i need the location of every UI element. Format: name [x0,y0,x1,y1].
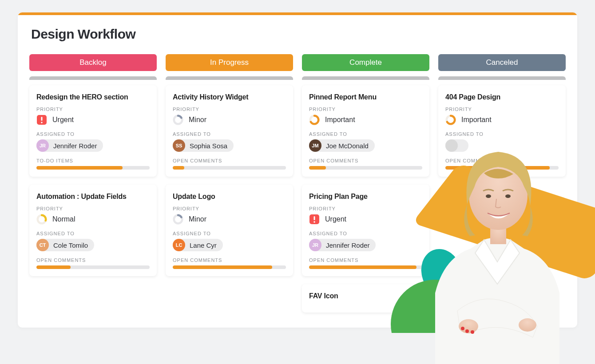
column-divider [29,76,157,80]
avatar: JR [309,239,321,251]
card-title: Update Logo [173,193,286,201]
progress-label: TO-DO ITEMS [36,158,150,163]
kanban-card[interactable]: Update LogoPRIORITYMinorASSIGNED TOLCLan… [166,185,293,276]
priority-value: Important [325,116,355,124]
progress-fill [173,166,184,170]
kanban-card[interactable]: Pinned Report MenuPRIORITYImportantASSIG… [302,85,429,177]
column-in-progress: In ProgressActivity History WidgetPRIORI… [166,54,293,320]
kanban-card[interactable]: Pricing Plan PagePRIORITYUrgentASSIGNED … [302,185,429,276]
priority-label: PRIORITY [36,206,150,211]
svg-point-13 [461,327,464,330]
svg-point-9 [313,221,315,223]
board-title: Design Workflow [31,27,564,42]
priority-value: Urgent [52,116,74,124]
minor-icon [173,214,183,225]
progress-label: OPEN COMMENTS [36,257,150,263]
assigned-to-label: ASSIGNED TO [173,131,286,137]
progress-fill [36,265,71,269]
assignee-chip[interactable]: JRJennifer Roder [36,139,103,152]
column-divider [166,76,293,80]
board-header: Design Workflow [18,15,577,50]
progress-fill [309,166,326,170]
priority-label: PRIORITY [173,206,286,211]
avatar: CT [36,239,49,251]
priority-label: PRIORITY [173,107,286,112]
avatar: SS [173,139,185,152]
assigned-to-label: ASSIGNED TO [309,231,422,236]
assignee-chip[interactable]: LCLane Cyr [173,239,223,251]
priority-row: Minor [173,214,286,225]
person-photo [417,124,577,364]
svg-point-18 [486,194,491,198]
important-icon [309,115,320,125]
progress-label: OPEN COMMENTS [173,158,286,163]
priority-row: Important [445,115,559,125]
assignee-chip[interactable]: CTCole Tomilo [36,239,94,251]
column-complete: CompletePinned Report MenuPRIORITYImport… [302,54,429,320]
progress-fill [309,265,416,269]
svg-point-2 [41,122,43,123]
assignee-name: Sophia Sosa [190,142,227,150]
normal-icon [36,214,47,225]
card-title: Pricing Plan Page [309,193,422,201]
assignee-chip[interactable]: SSSophia Sosa [173,139,234,152]
progress-bar [36,166,150,170]
priority-label: PRIORITY [36,107,150,112]
kanban-card[interactable]: Automation : Update FieldsPRIORITYNormal… [29,185,157,276]
column-header[interactable]: Backlog [29,54,157,71]
svg-rect-8 [314,216,315,220]
svg-point-14 [465,329,469,333]
svg-point-12 [519,318,536,332]
assignee-name: Lane Cyr [190,241,217,249]
priority-label: PRIORITY [445,107,559,112]
svg-rect-1 [41,117,43,121]
assignee-name: Joe McDonald [326,142,369,150]
progress-bar [173,265,286,269]
card-title: Activity History Widget [173,93,286,101]
column-header[interactable]: Complete [302,54,429,71]
priority-row: Normal [36,214,150,225]
column-divider [438,76,566,80]
priority-value: Normal [52,215,75,223]
priority-value: Urgent [325,215,346,223]
column-header[interactable]: Canceled [438,54,566,71]
priority-value: Minor [189,116,206,124]
card-title: 404 Page Design [445,93,559,101]
progress-label: OPEN COMMENTS [309,158,422,163]
minor-icon [173,115,183,125]
assignee-chip[interactable]: JMJoe McDonald [309,139,375,152]
progress-bar [309,166,422,170]
kanban-card[interactable]: Redesign the HERO sectionPRIORITYUrgentA… [29,85,157,177]
progress-bar [309,265,422,269]
priority-label: PRIORITY [309,107,422,112]
progress-label: OPEN COMMENTS [173,257,286,263]
priority-row: Urgent [309,214,422,225]
assignee-name: Cole Tomilo [53,241,88,249]
card-title: Automation : Update Fields [36,193,150,201]
avatar: JM [309,139,321,152]
assigned-to-label: ASSIGNED TO [36,231,150,236]
svg-point-19 [505,194,511,198]
urgent-icon [309,214,320,225]
column-header[interactable]: In Progress [166,54,293,71]
svg-point-15 [471,330,474,334]
important-icon [445,115,456,125]
assigned-to-label: ASSIGNED TO [309,131,422,137]
assigned-to-label: ASSIGNED TO [173,231,286,236]
avatar: JR [36,139,49,152]
priority-value: Minor [189,215,206,223]
priority-row: Urgent [36,115,150,125]
progress-label: OPEN COMMENTS [309,257,422,263]
column-divider [302,76,429,80]
card-title: Pinned Report Menu [309,93,422,101]
urgent-icon [36,115,47,125]
avatar: LC [173,239,185,251]
card-title: Redesign the HERO section [36,93,150,101]
kanban-card[interactable]: Activity History WidgetPRIORITYMinorASSI… [166,85,293,177]
progress-fill [173,265,272,269]
priority-row: Important [309,115,422,125]
assignee-chip[interactable]: JRJennifer Roder [309,239,376,251]
progress-fill [36,166,123,170]
progress-bar [173,166,286,170]
progress-bar [36,265,150,269]
